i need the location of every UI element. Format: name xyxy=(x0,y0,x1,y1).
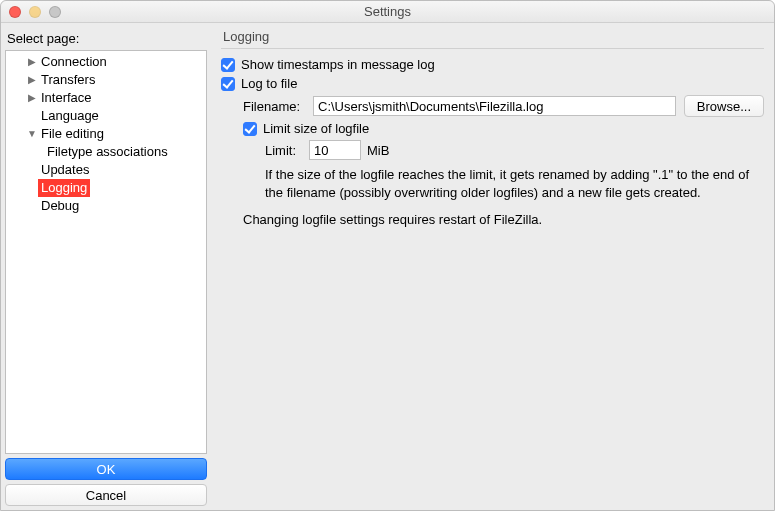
tree-item-label: Debug xyxy=(38,197,82,215)
tree-item-label: Updates xyxy=(38,161,92,179)
limit-unit-label: MiB xyxy=(367,143,389,158)
chevron-right-icon[interactable]: ▶ xyxy=(26,53,38,71)
tree-item-label: File editing xyxy=(38,125,107,143)
tree-item-file-editing[interactable]: ▼ File editing xyxy=(6,125,206,143)
tree-item-transfers[interactable]: ▶ Transfers xyxy=(6,71,206,89)
filename-label: Filename: xyxy=(243,99,313,114)
tree-item-label: Transfers xyxy=(38,71,98,89)
panel-header: Logging xyxy=(221,29,764,49)
limit-input[interactable] xyxy=(309,140,361,160)
titlebar: Settings xyxy=(1,1,774,23)
tree-item-connection[interactable]: ▶ Connection xyxy=(6,53,206,71)
zoom-icon xyxy=(49,6,61,18)
tree-item-label: Logging xyxy=(38,179,90,197)
limit-size-label: Limit size of logfile xyxy=(263,121,369,136)
window-controls xyxy=(9,6,61,18)
chevron-right-icon[interactable]: ▶ xyxy=(26,71,38,89)
close-icon[interactable] xyxy=(9,6,21,18)
tree-item-updates[interactable]: Updates xyxy=(6,161,206,179)
show-timestamps-label: Show timestamps in message log xyxy=(241,57,435,72)
chevron-down-icon[interactable]: ▼ xyxy=(26,125,38,143)
restart-note: Changing logfile settings requires resta… xyxy=(243,211,764,229)
tree-item-label: Filetype associations xyxy=(44,143,171,161)
log-to-file-checkbox[interactable] xyxy=(221,77,235,91)
ok-button[interactable]: OK xyxy=(5,458,207,480)
filename-input[interactable] xyxy=(313,96,676,116)
show-timestamps-checkbox[interactable] xyxy=(221,58,235,72)
content: Select page: ▶ Connection ▶ Transfers ▶ … xyxy=(1,23,774,510)
chevron-right-icon[interactable]: ▶ xyxy=(26,89,38,107)
limit-help-text: If the size of the logfile reaches the l… xyxy=(265,166,764,201)
tree-item-filetype-associations[interactable]: Filetype associations xyxy=(6,143,206,161)
browse-button[interactable]: Browse... xyxy=(684,95,764,117)
minimize-icon xyxy=(29,6,41,18)
cancel-button[interactable]: Cancel xyxy=(5,484,207,506)
tree-item-label: Interface xyxy=(38,89,95,107)
tree-item-label: Connection xyxy=(38,53,110,71)
tree-item-language[interactable]: Language xyxy=(6,107,206,125)
tree-item-logging[interactable]: Logging xyxy=(6,179,206,197)
tree-item-interface[interactable]: ▶ Interface xyxy=(6,89,206,107)
select-page-label: Select page: xyxy=(7,31,205,46)
left-pane: Select page: ▶ Connection ▶ Transfers ▶ … xyxy=(1,23,211,510)
settings-panel: Logging Show timestamps in message log L… xyxy=(211,23,774,510)
tree-item-label: Language xyxy=(38,107,102,125)
limit-label: Limit: xyxy=(265,143,309,158)
window-title: Settings xyxy=(1,4,774,19)
log-to-file-label: Log to file xyxy=(241,76,297,91)
page-tree[interactable]: ▶ Connection ▶ Transfers ▶ Interface Lan… xyxy=(5,50,207,454)
settings-window: Settings Select page: ▶ Connection ▶ Tra… xyxy=(0,0,775,511)
limit-size-checkbox[interactable] xyxy=(243,122,257,136)
tree-item-debug[interactable]: Debug xyxy=(6,197,206,215)
